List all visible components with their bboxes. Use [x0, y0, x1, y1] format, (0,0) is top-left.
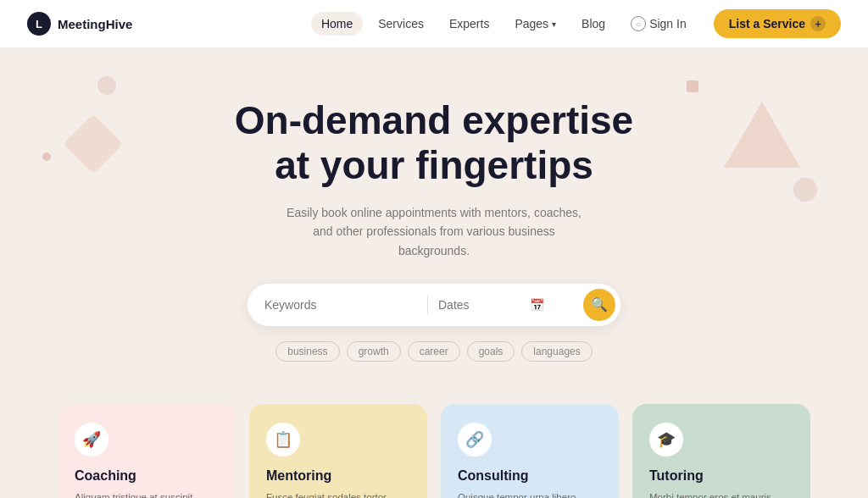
logo-text: MeetingHive	[58, 17, 132, 31]
tutoring-icon: 🎓	[649, 423, 683, 456]
navbar: L MeetingHive Home Services Experts Page…	[0, 0, 868, 47]
search-bar: 📅 🔍	[248, 284, 620, 326]
nav-pages[interactable]: Pages ▾	[504, 12, 566, 36]
nav-links: Home Services Experts Pages ▾ Blog ○ Sig…	[311, 11, 697, 36]
card-coaching: 🚀 Coaching Aliquam tristique at suscipit…	[58, 404, 236, 498]
user-icon: ○	[631, 16, 646, 31]
dates-input[interactable]	[438, 298, 523, 312]
search-tags: business growth career goals languages	[17, 341, 851, 362]
mentoring-title: Mentoring	[266, 468, 410, 484]
hero-title: On-demand expertise at your fingertips	[17, 98, 851, 188]
logo[interactable]: L MeetingHive	[27, 12, 132, 36]
tutoring-description: Morbi tempor eros et mauris posuere enim…	[649, 490, 793, 498]
list-service-button[interactable]: List a Service +	[714, 9, 841, 38]
card-tutoring: 🎓 Tutoring Morbi tempor eros et mauris p…	[632, 404, 810, 498]
tutoring-title: Tutoring	[649, 468, 793, 484]
hero-section: On-demand expertise at your fingertips E…	[0, 47, 868, 387]
calendar-icon: 📅	[530, 298, 544, 312]
coaching-description: Aliquam tristique at suscipit rutrum ero…	[75, 490, 219, 498]
coaching-title: Coaching	[75, 468, 219, 484]
nav-home[interactable]: Home	[311, 12, 363, 36]
service-cards: 🚀 Coaching Aliquam tristique at suscipit…	[0, 387, 868, 498]
consulting-title: Consulting	[458, 468, 602, 484]
keywords-input[interactable]	[264, 298, 417, 312]
sign-in-link[interactable]: ○ Sign In	[620, 11, 697, 36]
nav-services[interactable]: Services	[368, 12, 434, 36]
tag-languages[interactable]: languages	[521, 341, 592, 362]
card-consulting: 🔗 Consulting Quisque tempor urna libero …	[441, 404, 619, 498]
plus-icon: +	[810, 16, 826, 31]
mentoring-description: Fusce feugiat sodales tortor morbi effic…	[266, 490, 410, 498]
tag-goals[interactable]: goals	[467, 341, 515, 362]
logo-icon: L	[27, 12, 51, 36]
chevron-down-icon: ▾	[552, 19, 556, 29]
mentoring-icon: 📋	[266, 423, 300, 456]
card-mentoring: 📋 Mentoring Fusce feugiat sodales tortor…	[249, 404, 427, 498]
consulting-description: Quisque tempor urna libero vehicula blan…	[458, 490, 602, 498]
consulting-icon: 🔗	[458, 423, 492, 456]
search-divider	[427, 296, 428, 314]
tag-growth[interactable]: growth	[347, 341, 401, 362]
tag-business[interactable]: business	[275, 341, 339, 362]
search-button[interactable]: 🔍	[583, 289, 615, 321]
coaching-icon: 🚀	[75, 423, 108, 456]
search-dates: 📅	[438, 298, 583, 312]
hero-subtitle: Easily book online appointments with men…	[281, 203, 587, 260]
tag-career[interactable]: career	[408, 341, 460, 362]
nav-experts[interactable]: Experts	[439, 12, 499, 36]
search-icon: 🔍	[591, 296, 608, 313]
nav-blog[interactable]: Blog	[571, 12, 615, 36]
